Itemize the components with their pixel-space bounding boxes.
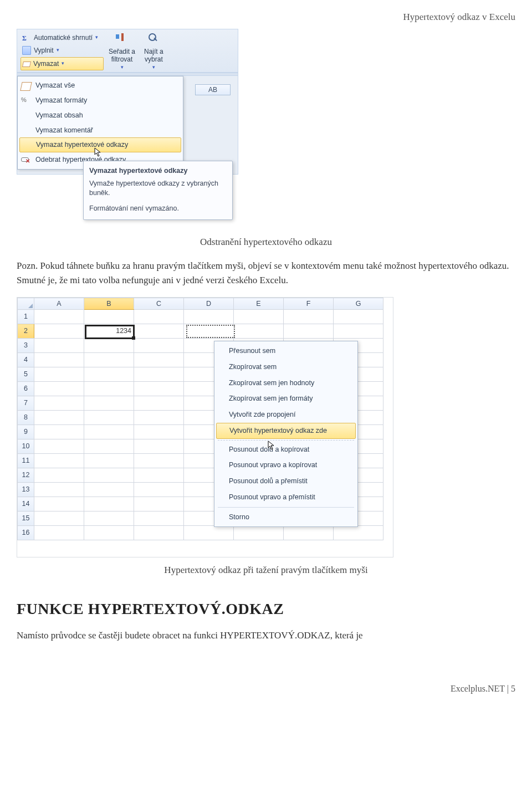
screenshot-drag-context-menu: A B C D E F G 1 21234 3 4 5 6 7 8 9 10 1… bbox=[17, 297, 393, 557]
sort-filter-button[interactable]: Seřadit a filtrovat ▾ bbox=[106, 32, 138, 71]
col-header-f[interactable]: F bbox=[284, 298, 334, 310]
ctx-copy-values[interactable]: Zkopírovat sem jen hodnoty bbox=[214, 375, 357, 391]
menu-label: Vymazat formáty bbox=[35, 95, 87, 106]
row-header[interactable]: 16 bbox=[18, 526, 34, 540]
row-header[interactable]: 1 bbox=[18, 310, 34, 324]
blank-icon bbox=[21, 126, 31, 135]
fill-button[interactable]: Vyplnit ▾ bbox=[21, 44, 104, 57]
chevron-down-icon: ▾ bbox=[95, 34, 98, 42]
paragraph-intro-function: Namísto průvodce se častěji budete obrac… bbox=[17, 628, 515, 643]
row-header[interactable]: 2 bbox=[18, 324, 34, 339]
tooltip-footnote: Formátování není vymazáno. bbox=[89, 203, 227, 214]
menu-separator bbox=[218, 440, 354, 441]
chevron-down-icon: ▾ bbox=[121, 64, 124, 70]
ctx-copy-formats[interactable]: Zkopírovat sem jen formáty bbox=[214, 391, 357, 407]
find-icon bbox=[146, 32, 161, 47]
col-header-b[interactable]: B bbox=[84, 298, 134, 310]
right-drag-context-menu: Přesunout sem Zkopírovat sem Zkopírovat … bbox=[214, 341, 358, 527]
drag-drop-target bbox=[186, 325, 235, 338]
ctx-shift-down-move[interactable]: Posunout dolů a přemístit bbox=[214, 473, 357, 489]
remove-link-icon bbox=[21, 155, 31, 164]
sort-filter-label: Seřadit a filtrovat bbox=[109, 48, 135, 64]
fill-icon bbox=[22, 46, 31, 55]
figure-caption-1: Odstranění hypertextového odkazu bbox=[17, 235, 515, 249]
page-header: Hypertextový odkaz v Excelu bbox=[0, 0, 532, 24]
autosum-button[interactable]: Σ Automatické shrnutí ▾ bbox=[21, 32, 104, 44]
chevron-down-icon: ▾ bbox=[57, 47, 59, 54]
eraser-icon bbox=[20, 82, 32, 91]
paragraph-note: Pozn. Pokud táhnete buňku za hranu pravý… bbox=[17, 259, 515, 287]
menu-label: Vymazat obsah bbox=[35, 110, 83, 121]
figure-caption-2: Hypertextový odkaz při tažení pravým tla… bbox=[17, 563, 515, 577]
tooltip-clear-hyperlinks: Vymazat hypertextové odkazy Vymaže hyper… bbox=[83, 161, 233, 220]
blank-icon bbox=[21, 111, 31, 120]
page-header-title: Hypertextový odkaz v Excelu bbox=[403, 12, 515, 22]
ctx-shift-down-copy[interactable]: Posunout dolů a kopírovat bbox=[214, 442, 357, 458]
row-header[interactable]: 15 bbox=[18, 511, 34, 526]
chevron-down-icon: ▾ bbox=[62, 60, 64, 68]
row-header[interactable]: 5 bbox=[18, 367, 34, 382]
row-header[interactable]: 3 bbox=[18, 339, 34, 353]
row-header[interactable]: 14 bbox=[18, 497, 34, 511]
col-header-a[interactable]: A bbox=[34, 298, 84, 310]
active-cell-selection bbox=[85, 325, 135, 339]
ctx-shift-right-move[interactable]: Posunout vpravo a přemístit bbox=[214, 489, 357, 505]
col-header-e[interactable]: E bbox=[234, 298, 284, 310]
ctx-copy-here[interactable]: Zkopírovat sem bbox=[214, 359, 357, 375]
clear-label: Vymazat bbox=[33, 59, 59, 69]
row-header[interactable]: 4 bbox=[18, 353, 34, 367]
menu-label: Vymazat hypertextové odkazy bbox=[36, 140, 128, 150]
cursor-arrow bbox=[268, 441, 275, 451]
ctx-link-here[interactable]: Vytvořit zde propojení bbox=[214, 407, 357, 423]
row-header[interactable]: 8 bbox=[18, 411, 34, 425]
row-header[interactable]: 7 bbox=[18, 396, 34, 411]
col-header-g[interactable]: G bbox=[334, 298, 383, 310]
fill-label: Vyplnit bbox=[34, 45, 54, 55]
row-header[interactable]: 9 bbox=[18, 425, 34, 439]
find-select-label: Najít a vybrat bbox=[144, 48, 163, 64]
menu-label: Vymazat komentář bbox=[35, 125, 93, 136]
tooltip-body: Vymaže hypertextové odkazy z vybraných b… bbox=[89, 179, 227, 198]
menu-item-clear-all[interactable]: Vymazat vše bbox=[18, 78, 183, 93]
row-header[interactable]: 12 bbox=[18, 468, 34, 483]
row-header[interactable]: 6 bbox=[18, 382, 34, 396]
ctx-hyperlink-here[interactable]: Vytvořit hypertextový odkaz zde bbox=[216, 423, 356, 439]
menu-separator bbox=[218, 507, 354, 508]
col-header-d[interactable]: D bbox=[184, 298, 234, 310]
tooltip-title: Vymazat hypertextové odkazy bbox=[89, 166, 227, 176]
find-select-button[interactable]: Najít a vybrat ▾ bbox=[141, 32, 166, 71]
menu-item-clear-comments[interactable]: Vymazat komentář bbox=[18, 123, 183, 138]
row-header[interactable]: 13 bbox=[18, 483, 34, 497]
autosum-label: Automatické shrnutí bbox=[34, 33, 93, 43]
eraser-icon bbox=[22, 62, 31, 67]
clear-button[interactable]: Vymazat ▾ bbox=[21, 57, 104, 70]
chevron-down-icon: ▾ bbox=[152, 64, 155, 70]
footer-text: Excelplus.NET | 5 bbox=[451, 684, 515, 693]
blank-icon bbox=[22, 141, 32, 150]
menu-item-clear-contents[interactable]: Vymazat obsah bbox=[18, 108, 183, 123]
section-heading: FUNKCE HYPERTEXTOVÝ.ODKAZ bbox=[17, 597, 515, 621]
ctx-cancel[interactable]: Storno bbox=[214, 509, 357, 525]
percent-icon bbox=[21, 96, 31, 105]
row-header[interactable]: 11 bbox=[18, 454, 34, 468]
ctx-shift-right-copy[interactable]: Posunout vpravo a kopírovat bbox=[214, 457, 357, 473]
cursor-arrow bbox=[94, 147, 102, 157]
select-all-corner[interactable] bbox=[18, 298, 34, 310]
col-header-c[interactable]: C bbox=[134, 298, 184, 310]
menu-label: Vymazat vše bbox=[35, 80, 75, 91]
column-header-ab: AB bbox=[195, 84, 231, 95]
menu-item-clear-formats[interactable]: Vymazat formáty bbox=[18, 93, 183, 108]
excel-ribbon-clear-panel: Σ Automatické shrnutí ▾ Vyplnit ▾ Vymaza… bbox=[17, 29, 238, 175]
screenshot-clear-hyperlinks: Σ Automatické shrnutí ▾ Vyplnit ▾ Vymaza… bbox=[17, 29, 238, 229]
page-footer: Excelplus.NET | 5 bbox=[0, 663, 532, 707]
sort-filter-icon bbox=[115, 32, 129, 47]
ribbon-group-editing: Σ Automatické shrnutí ▾ Vyplnit ▾ Vymaza… bbox=[17, 29, 238, 73]
sigma-icon: Σ bbox=[22, 33, 31, 42]
row-header[interactable]: 10 bbox=[18, 439, 34, 454]
ctx-move-here[interactable]: Přesunout sem bbox=[214, 343, 357, 359]
